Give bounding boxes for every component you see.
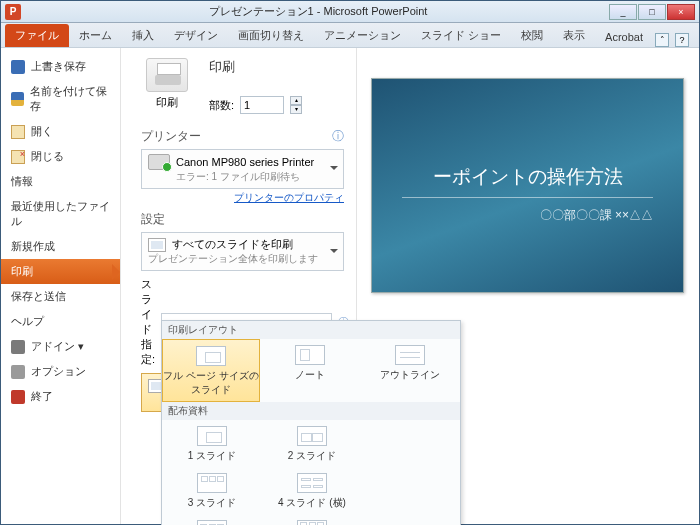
handout-1[interactable]: 1 スライド (162, 420, 262, 467)
layout-popup: 印刷レイアウト フル ページ サイズのスライド ノート アウトライン 配布資料 … (161, 320, 461, 525)
chevron-down-icon (330, 249, 338, 257)
slide-subtitle: 〇〇部〇〇課 ××△△ (540, 207, 653, 224)
chevron-down-icon (330, 166, 338, 174)
layout-option-outline[interactable]: アウトライン (360, 339, 460, 402)
handout-6h[interactable]: 6 スライド (横) (162, 514, 262, 525)
ribbon-tabs: ファイル ホーム 挿入 デザイン 画面切り替え アニメーション スライド ショー… (1, 23, 699, 48)
handout-2[interactable]: 2 スライド (262, 420, 362, 467)
saveas-icon (11, 92, 24, 106)
help-icon[interactable]: ? (675, 33, 689, 47)
sidebar-item-saveas[interactable]: 名前を付けて保存 (1, 79, 120, 119)
handout-4h[interactable]: 4 スライド (横) (262, 467, 362, 514)
sidebar-item-new[interactable]: 新規作成 (1, 234, 120, 259)
close-icon (11, 150, 25, 164)
sidebar-item-help[interactable]: ヘルプ (1, 309, 120, 334)
printer-section-title: プリンター (141, 128, 201, 145)
copies-input[interactable] (240, 96, 284, 114)
print-button[interactable]: 印刷 (141, 58, 193, 110)
settings-section-title: 設定 (141, 211, 165, 228)
sidebar-item-save[interactable]: 上書き保存 (1, 54, 120, 79)
titlebar: P プレゼンテーション1 - Microsoft PowerPoint _ □ … (1, 1, 699, 23)
tab-insert[interactable]: 挿入 (122, 24, 164, 47)
copies-spinner[interactable]: ▴▾ (290, 96, 302, 114)
layout-option-full[interactable]: フル ページ サイズのスライド (162, 339, 260, 402)
open-icon (11, 125, 25, 139)
sidebar-item-close[interactable]: 閉じる (1, 144, 120, 169)
powerpoint-icon: P (5, 4, 21, 20)
slide-title: ーポイントの操作方法 (392, 164, 663, 190)
printer-properties-link[interactable]: プリンターのプロパティ (234, 192, 344, 203)
popup-group-layout: 印刷レイアウト (162, 321, 460, 339)
printer-status: エラー: 1 ファイル印刷待ち (176, 170, 337, 184)
sidebar-item-info[interactable]: 情報 (1, 169, 120, 194)
layout-option-note[interactable]: ノート (260, 339, 360, 402)
addin-icon (11, 340, 25, 354)
tab-design[interactable]: デザイン (164, 24, 228, 47)
tab-view[interactable]: 表示 (553, 24, 595, 47)
tab-transition[interactable]: 画面切り替え (228, 24, 314, 47)
sidebar-item-recent[interactable]: 最近使用したファイル (1, 194, 120, 234)
sidebar-item-exit[interactable]: 終了 (1, 384, 120, 409)
copies-label: 部数: (209, 98, 234, 113)
info-icon[interactable]: ⓘ (332, 128, 344, 145)
backstage-sidebar: 上書き保存 名前を付けて保存 開く 閉じる 情報 最近使用したファイル 新規作成… (1, 48, 121, 524)
tab-acrobat[interactable]: Acrobat (595, 27, 653, 47)
handout-3[interactable]: 3 スライド (162, 467, 262, 514)
handout-9h[interactable]: 9 スライド (横) (262, 514, 362, 525)
tab-animation[interactable]: アニメーション (314, 24, 411, 47)
printer-dropdown[interactable]: Canon MP980 series Printer エラー: 1 ファイル印刷… (141, 149, 344, 189)
tab-home[interactable]: ホーム (69, 24, 122, 47)
window-title: プレゼンテーション1 - Microsoft PowerPoint (27, 4, 609, 19)
print-heading: 印刷 (209, 58, 302, 76)
save-icon (11, 60, 25, 74)
sidebar-item-open[interactable]: 開く (1, 119, 120, 144)
slides-icon (148, 238, 166, 252)
slide-range-label: スライド指定: (141, 277, 155, 367)
sidebar-item-option[interactable]: オプション (1, 359, 120, 384)
exit-icon (11, 390, 25, 404)
option-icon (11, 365, 25, 379)
print-button-label: 印刷 (141, 95, 193, 110)
sidebar-item-print[interactable]: 印刷 (1, 259, 120, 284)
sidebar-item-send[interactable]: 保存と送信 (1, 284, 120, 309)
tab-slideshow[interactable]: スライド ショー (411, 24, 511, 47)
close-window-button[interactable]: × (667, 4, 695, 20)
sidebar-item-addin[interactable]: アドイン ▾ (1, 334, 120, 359)
slide-preview: ーポイントの操作方法 〇〇部〇〇課 ××△△ (371, 78, 684, 293)
printer-icon (148, 154, 170, 170)
print-range-dropdown[interactable]: すべてのスライドを印刷 プレゼンテーション全体を印刷します (141, 232, 344, 271)
ribbon-minimize-icon[interactable]: ˄ (655, 33, 669, 47)
popup-group-handout: 配布資料 (162, 402, 460, 420)
maximize-button[interactable]: □ (638, 4, 666, 20)
minimize-button[interactable]: _ (609, 4, 637, 20)
tab-file[interactable]: ファイル (5, 24, 69, 47)
tab-review[interactable]: 校閲 (511, 24, 553, 47)
printer-big-icon (146, 58, 188, 92)
